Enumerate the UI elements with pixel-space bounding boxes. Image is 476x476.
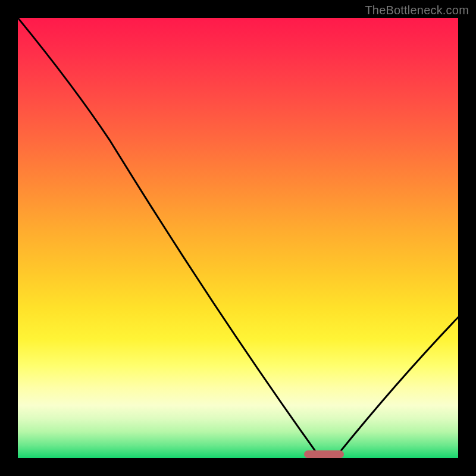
plot-area [18,18,458,458]
optimum-marker [304,450,344,458]
chart-root: TheBottleneck.com [0,0,476,476]
bottleneck-curve [18,18,458,458]
watermark-text: TheBottleneck.com [365,4,469,17]
